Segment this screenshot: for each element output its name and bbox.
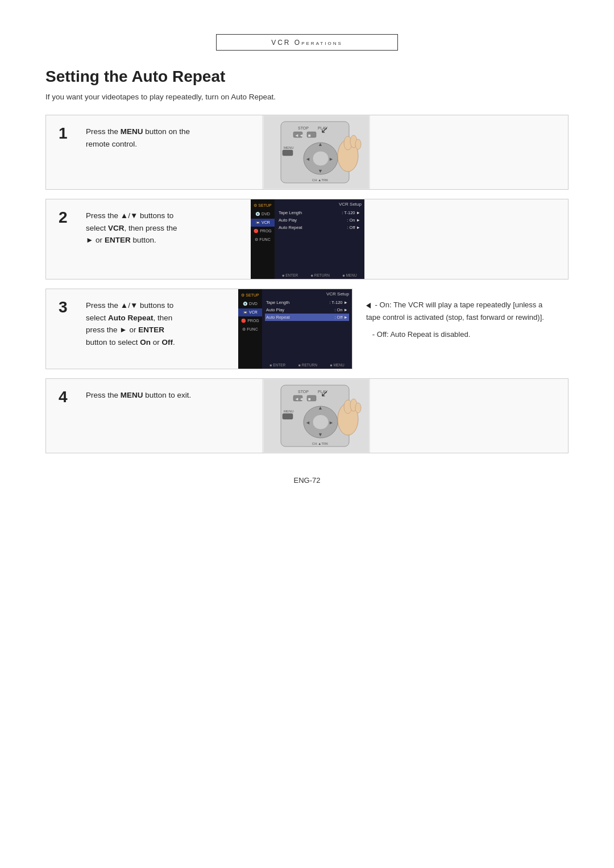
step-3-text: Press the ▲/▼ buttons toselect Auto Repe… (80, 289, 238, 358)
svg-text:STOP: STOP (298, 390, 309, 394)
step-2-container: 2 Press the ▲/▼ buttons toselect VCR, th… (45, 199, 569, 279)
svg-point-43 (355, 403, 361, 413)
svg-text:STOP: STOP (298, 126, 309, 130)
svg-text:►: ► (329, 420, 334, 425)
svg-text:◄◄: ◄◄ (294, 133, 304, 138)
step-1-number: 1 (46, 115, 80, 152)
svg-rect-32 (283, 414, 293, 419)
svg-point-34 (313, 415, 329, 429)
svg-text:↙: ↙ (321, 389, 328, 398)
svg-text:CH ▲TRK: CH ▲TRK (312, 442, 328, 445)
svg-text:CH ▲TRK: CH ▲TRK (312, 178, 328, 182)
section-title: VCR Operations (271, 39, 343, 47)
svg-text:►: ► (329, 156, 334, 162)
step-4-container: 4 Press the MENU button to exit. STOP PL… (45, 378, 569, 453)
step-3-notes: - On: The VCR will play a tape repeatedl… (352, 289, 569, 351)
svg-text:MENU: MENU (284, 410, 294, 413)
step-4-text: Press the MENU button to exit. (80, 379, 262, 412)
step-4-number: 4 (46, 379, 80, 415)
page-number: ENG-72 (45, 476, 569, 485)
svg-text:◄: ◄ (305, 420, 310, 425)
svg-text:■: ■ (308, 397, 311, 402)
svg-text:MENU: MENU (284, 146, 294, 149)
step-1-text: Press the MENU button on theremote contr… (80, 115, 262, 160)
step-2-image: ⚙ SETUP 💿 DVD 📼 VCR 🔴 PROG ⚙ FUNC VCR Se… (251, 199, 364, 279)
svg-text:◄: ◄ (305, 156, 310, 162)
svg-text:▼: ▼ (318, 432, 323, 437)
step-1-container: 1 Press the MENU button on theremote con… (45, 115, 569, 190)
remote-control-svg: STOP PLAY ◄◄ ■ ↙ MENU ▲ ▼ ◄ ► CH ▲TRK (264, 116, 369, 189)
svg-point-12 (313, 151, 329, 166)
svg-text:▼: ▼ (318, 168, 323, 174)
page-subtitle: If you want your videotapes to play repe… (45, 93, 569, 101)
svg-text:■: ■ (308, 133, 311, 138)
section-title-box: VCR Operations (216, 34, 398, 51)
step-2-text: Press the ▲/▼ buttons toselect VCR, then… (80, 199, 251, 257)
step-4-image: STOP PLAY ◄◄ ■ ↙ MENU ▲ ▼ ◄ ► CH ▲TRK (262, 379, 370, 453)
header-section: VCR Operations (45, 34, 569, 51)
svg-text:↙: ↙ (321, 125, 328, 135)
svg-text:◄◄: ◄◄ (294, 397, 304, 402)
svg-text:▲: ▲ (318, 405, 323, 411)
step-3-number: 3 (46, 289, 80, 326)
step-3-container: 3 Press the ▲/▼ buttons toselect Auto Re… (45, 289, 352, 369)
page-title: Setting the Auto Repeat (45, 68, 569, 86)
svg-text:▲: ▲ (318, 141, 323, 147)
step-3-image: ⚙ SETUP 💿 DVD 📼 VCR 🔴 PROG ⚙ FUNC VCR Se… (238, 289, 352, 369)
svg-point-21 (355, 139, 361, 149)
step-3-wrapper: 3 Press the ▲/▼ buttons toselect Auto Re… (45, 289, 569, 369)
svg-rect-10 (283, 150, 293, 156)
remote-control-svg-2: STOP PLAY ◄◄ ■ ↙ MENU ▲ ▼ ◄ ► CH ▲TRK (264, 379, 369, 452)
step-1-image: STOP PLAY ◄◄ ■ ↙ MENU ▲ ▼ ◄ ► CH ▲TRK (262, 115, 370, 189)
step-2-number: 2 (46, 199, 80, 236)
